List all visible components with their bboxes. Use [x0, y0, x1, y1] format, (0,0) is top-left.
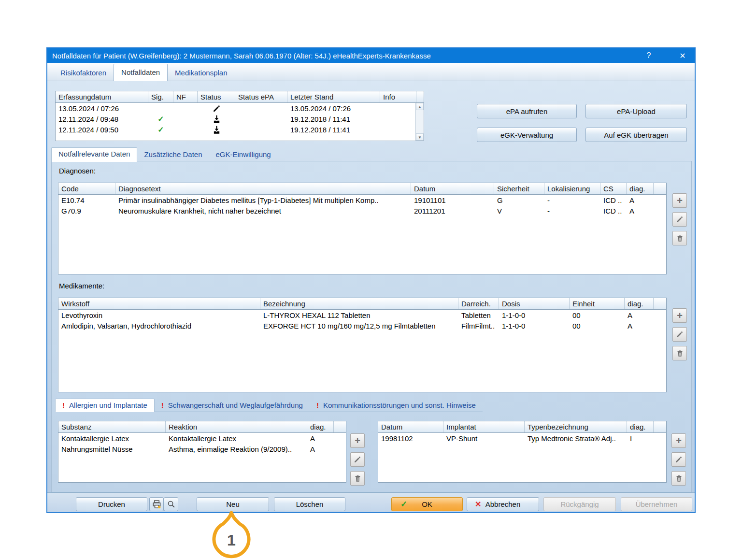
window-title: Notfalldaten für Patient (W.Greifenberg)… — [52, 52, 431, 60]
diagnosetext-value: Primär insulinabhängiger Diabetes mellit… — [115, 196, 411, 204]
allergy-delete-button[interactable] — [350, 471, 365, 486]
abbrechen-button[interactable]: ✕ Abbrechen — [467, 497, 539, 511]
col-filler — [416, 91, 424, 102]
reaktion-value: Asthma, einmalige Reaktion (9/2009).. — [166, 445, 307, 453]
medication-add-button[interactable]: + — [672, 308, 687, 323]
sicherheit-value: V — [494, 207, 544, 215]
egk-verwaltung-button[interactable]: eGK-Verwaltung — [477, 128, 577, 142]
code-value: E10.74 — [58, 196, 115, 204]
tab-kommunikationsstoerungen[interactable]: !Kommunikationsstörungen und sonst. Hinw… — [310, 399, 483, 412]
medication-edit-button[interactable] — [672, 327, 687, 342]
tab-risikofaktoren[interactable]: Risikofaktoren — [53, 65, 114, 81]
help-button[interactable]: ? — [642, 51, 656, 60]
diagnosis-row[interactable]: E10.74 Primär insulinabhängiger Diabetes… — [58, 195, 666, 205]
main-tab-strip: Risikofaktoren Notfalldaten Medikationsp… — [47, 63, 695, 81]
plus-icon: + — [677, 310, 683, 321]
implant-add-button[interactable]: + — [671, 433, 686, 448]
uebernehmen-button[interactable]: Übernehmen — [621, 497, 692, 511]
medications-table-header: Wirkstoff Bezeichnung Darreich. Dosis Ei… — [58, 298, 666, 310]
tab-schwangerschaft[interactable]: !Schwangerschaft und Weglaufgefährdung — [155, 399, 310, 412]
medication-row[interactable]: Levothyroxin L-THYROX HEXAL 112 Tablette… — [58, 310, 666, 320]
implant-row[interactable]: 19981102 VP-Shunt Typ Medtronic Strata® … — [378, 433, 666, 444]
col-dosis: Dosis — [499, 298, 570, 309]
drucken-button[interactable]: Drucken — [76, 497, 147, 511]
dosis-value: 1-1-0-0 — [499, 311, 570, 319]
col-darreich: Darreich. — [458, 298, 499, 309]
diagnosis-delete-button[interactable] — [672, 231, 687, 245]
tab-label: Kommunikationsstörungen und sonst. Hinwe… — [323, 401, 476, 409]
status-cell — [198, 115, 235, 124]
col-sicherheit: Sicherheit — [494, 183, 544, 194]
tab-medikationsplan[interactable]: Medikationsplan — [168, 65, 234, 81]
ok-button[interactable]: ✓ OK — [391, 497, 463, 511]
x-icon: ✕ — [475, 500, 481, 509]
rueckgaengig-button[interactable]: Rückgängig — [543, 497, 616, 511]
medication-delete-button[interactable] — [672, 346, 687, 360]
print-settings-button[interactable] — [149, 497, 164, 511]
allergy-row[interactable]: Kontaktallergie Latex Kontaktallergie La… — [58, 433, 346, 444]
col-diag: diag. — [627, 183, 654, 194]
scroll-up-icon[interactable]: ▲ — [416, 103, 424, 110]
diagnosis-row[interactable]: G70.9 Neuromuskuläre Krankheit, nicht nä… — [58, 205, 666, 216]
magnifier-icon — [167, 500, 175, 508]
scroll-down-icon[interactable]: ▼ — [416, 133, 424, 141]
tab-zusaetzliche-daten[interactable]: Zusätzliche Daten — [137, 148, 209, 161]
signed-check-icon: ✓ — [157, 115, 164, 123]
allergy-row[interactable]: Nahrungsmittel Nüsse Asthma, einmalige R… — [58, 444, 346, 454]
col-datum: Datum — [378, 421, 443, 432]
bezeichnung-value: EXFORGE HCT 10 mg/160 mg/12,5 mg Filmtab… — [260, 322, 458, 330]
tab-allergien-implantate[interactable]: !Allergien und Implantate — [55, 399, 155, 412]
download-tray-icon — [213, 115, 221, 124]
print-preview-button[interactable] — [164, 497, 178, 511]
col-filler — [654, 183, 666, 194]
dosis-value: 1-1-0-0 — [499, 322, 570, 330]
history-row[interactable]: 12.11.2024 / 09:50 ✓ 19.12.2018 / 11:41 — [56, 124, 424, 135]
tab-label: Schwangerschaft und Weglaufgefährdung — [168, 401, 303, 409]
close-button[interactable]: ✕ — [675, 51, 690, 60]
col-filler — [334, 421, 346, 432]
medications-table-body: Levothyroxin L-THYROX HEXAL 112 Tablette… — [58, 310, 666, 392]
allergy-add-button[interactable]: + — [350, 433, 365, 448]
status-cell — [198, 125, 235, 134]
tab-egk-einwilligung[interactable]: eGK-Einwilligung — [209, 148, 277, 161]
history-row[interactable]: 13.05.2024 / 07:26 13.05.2024 / 07:26 — [56, 103, 424, 114]
diag-value: A — [627, 196, 654, 204]
history-scrollbar[interactable]: ▲ ▼ — [415, 103, 424, 141]
abbrechen-label: Abbrechen — [485, 500, 521, 508]
neu-button[interactable]: Neu — [197, 497, 269, 511]
bezeichnung-value: L-THYROX HEXAL 112 Tabletten — [260, 311, 458, 319]
implant-delete-button[interactable] — [671, 471, 686, 486]
pencil-icon — [213, 104, 221, 113]
col-filler — [654, 421, 666, 432]
epa-aufrufen-button[interactable]: ePA aufrufen — [477, 104, 577, 118]
history-table: Erfassungdatum Sig. NF Status Status ePA… — [55, 91, 424, 141]
erfassungdatum-value: 12.11.2024 / 09:50 — [56, 126, 148, 134]
tab-notfallrelevante-daten[interactable]: Notfallrelevante Daten — [51, 147, 137, 162]
medication-row[interactable]: Amlodipin, Valsartan, Hydrochlorothiazid… — [58, 320, 666, 331]
col-lokalisierung: Lokalisierung — [544, 183, 600, 194]
loeschen-button[interactable]: Löschen — [274, 497, 345, 511]
tab-notfalldaten[interactable]: Notfalldaten — [114, 64, 168, 81]
implant-edit-button[interactable] — [671, 452, 686, 467]
notfalldaten-window: Notfalldaten für Patient (W.Greifenberg)… — [46, 47, 696, 513]
epa-upload-button[interactable]: ePA-Upload — [585, 104, 687, 118]
plus-icon: + — [355, 435, 360, 446]
cs-value: ICD .. — [600, 196, 627, 204]
plus-icon: + — [677, 195, 683, 206]
implants-table-header: Datum Implantat Typenbezeichnung diag. — [378, 421, 666, 433]
trash-icon — [676, 349, 684, 357]
erfassungdatum-value: 13.05.2024 / 07:26 — [56, 104, 148, 113]
col-code: Code — [58, 183, 115, 194]
sig-value: ✓ — [148, 115, 173, 124]
allergy-edit-button[interactable] — [350, 452, 365, 467]
col-cs: CS — [600, 183, 627, 194]
history-row[interactable]: 12.11.2024 / 09:48 ✓ 19.12.2018 / 11:41 — [56, 114, 424, 124]
implantat-value: VP-Shunt — [443, 434, 525, 443]
col-status: Status — [198, 91, 235, 102]
diagnosis-edit-button[interactable] — [672, 212, 687, 227]
auf-egk-uebertragen-button[interactable]: Auf eGK übertragen — [585, 128, 687, 142]
callout-balloon-icon: 1 — [208, 510, 255, 560]
status-cell — [198, 104, 235, 113]
diagnosis-add-button[interactable]: + — [672, 193, 687, 208]
reaktion-value: Kontaktallergie Latex — [166, 434, 307, 443]
